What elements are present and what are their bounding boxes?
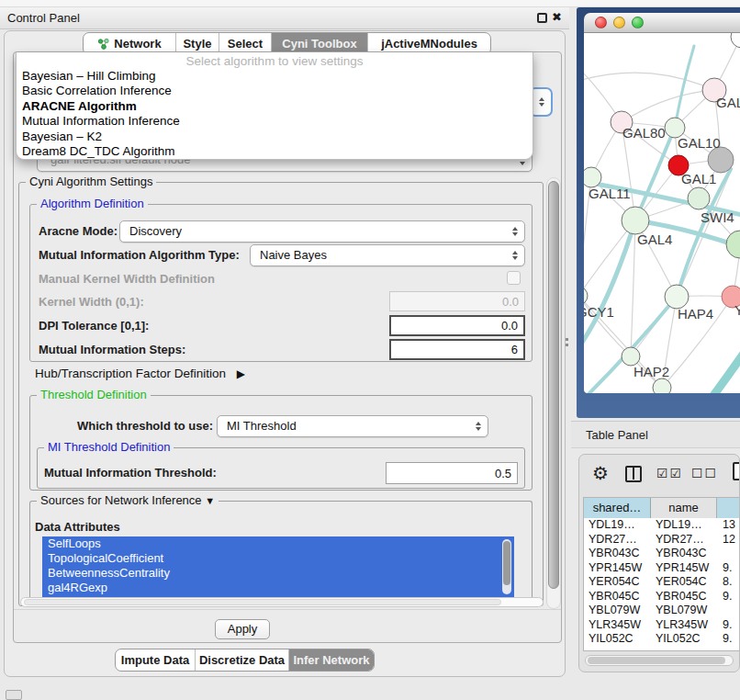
manual-kernel-label: Manual Kernel Width Definition	[39, 272, 215, 287]
node-label: GAL80	[622, 125, 666, 141]
table-panel-title: Table Panel	[586, 422, 648, 448]
mi-steps-input[interactable]: 6	[389, 339, 525, 360]
node-label: GCY1	[584, 304, 614, 320]
table-row[interactable]: YBR045C YBR045C 9.	[584, 590, 740, 604]
list-item[interactable]: TopologicalCoefficient	[42, 551, 514, 566]
network-node[interactable]	[622, 207, 649, 234]
node-label: SWI4	[701, 209, 734, 225]
scrollpane-bottom-divider	[14, 609, 561, 610]
network-node[interactable]	[688, 187, 710, 209]
tab-label: Impute Data	[121, 653, 189, 667]
mi-type-value: Naive Bayes	[260, 245, 327, 265]
select-all-icon[interactable]: ☑☑	[656, 466, 683, 480]
group-mi-threshold-title: MI Threshold Definition	[44, 441, 174, 454]
node-label: GAL10	[678, 135, 721, 151]
dropdown-item[interactable]: Mutual Information Inference	[17, 114, 533, 129]
node-label: GAL4	[637, 231, 672, 247]
list-item[interactable]: gal4RGexp	[42, 581, 514, 595]
network-node[interactable]	[708, 147, 734, 173]
table-row[interactable]: YLR345W YLR345W 9.	[584, 618, 740, 633]
apply-button[interactable]: Apply	[215, 619, 270, 639]
table-row[interactable]: YIL052C YIL052C 9.	[584, 632, 740, 647]
node-label: HAP2	[633, 364, 669, 379]
settings-vscrollbar-track[interactable]	[546, 177, 561, 609]
network-graph: GAL GAL80 GAL10 GAL1 GAL11 SWI4 GAL4 GCY…	[584, 33, 740, 393]
hub-section-toggle[interactable]: Hub/Transcription Factor Definition ▶	[35, 366, 245, 382]
network-node[interactable]	[584, 287, 588, 305]
sources-title-text: Sources for Network Inference	[40, 493, 202, 507]
kernel-width-label: Kernel Width (0,1):	[39, 295, 144, 310]
deselect-all-icon[interactable]: ☐☐	[691, 466, 718, 480]
dropdown-item[interactable]: Basic Correlation Inference	[17, 84, 533, 98]
table-row[interactable]: YBR043C YBR043C	[584, 547, 740, 561]
traffic-light-minimize[interactable]	[613, 17, 625, 28]
network-node[interactable]	[584, 167, 601, 187]
which-threshold-value: MI Threshold	[227, 416, 297, 436]
close-icon[interactable]: ✖	[552, 10, 562, 24]
window-title: Control Panel	[7, 7, 80, 28]
node-label: HAP4	[678, 306, 713, 322]
aracne-mode-combo[interactable]: Discovery	[119, 220, 525, 243]
table-row[interactable]: YER054C YER054C 8.	[584, 575, 740, 590]
tab-label: Infer Network	[293, 653, 369, 667]
tab-label: Network	[114, 37, 161, 51]
column-header-name[interactable]: name	[651, 498, 717, 518]
network-node[interactable]	[731, 33, 740, 48]
table-row[interactable]: YBL079W YBL079W	[584, 604, 740, 618]
aracne-mode-label: Aracne Mode:	[39, 224, 118, 239]
list-vscrollbar-thumb[interactable]	[503, 541, 510, 585]
bottom-tabbar: Impute Data Discretize Data Infer Networ…	[115, 649, 375, 672]
corner-grip-icon[interactable]	[6, 690, 22, 700]
dropdown-item[interactable]: Bayesian – Hill Climbing	[17, 69, 533, 84]
list-item[interactable]: BetweennessCentrality	[42, 566, 514, 581]
table-hscrollbar-track[interactable]	[585, 655, 734, 666]
table-hscrollbar-thumb[interactable]	[588, 657, 725, 664]
document-icon[interactable]	[733, 462, 740, 480]
node-table: shared… name YDL19… YDL19… 13 YDR27… YDR…	[583, 497, 740, 651]
network-titlebar[interactable]	[584, 13, 740, 33]
node-label: Y	[734, 302, 740, 318]
list-vscrollbar-track[interactable]	[502, 539, 511, 594]
network-canvas[interactable]: GAL GAL80 GAL10 GAL1 GAL11 SWI4 GAL4 GCY…	[584, 33, 740, 393]
dpi-tolerance-input[interactable]: 0.0	[389, 315, 525, 336]
table-row[interactable]: YPR145W YPR145W 9.	[584, 561, 740, 576]
mi-type-combo[interactable]: Naive Bayes	[250, 244, 525, 266]
group-sources-title: Sources for Network Inference ▼	[37, 494, 219, 507]
tab-label: jActiveMNodules	[381, 37, 477, 51]
tab-discretize-data[interactable]: Discretize Data	[195, 649, 288, 671]
traffic-light-close[interactable]	[595, 17, 607, 28]
group-threshold-title: Threshold Definition	[37, 389, 151, 401]
manual-kernel-checkbox[interactable]	[507, 271, 521, 285]
mi-threshold-input[interactable]: 0.5	[386, 462, 518, 484]
kernel-width-input[interactable]: 0.0	[389, 291, 525, 311]
table-row[interactable]: YDR27… YDR27… 12	[584, 533, 740, 548]
dropdown-item[interactable]: Dream8 DC_TDC Algorithm	[17, 144, 533, 159]
which-threshold-combo[interactable]: MI Threshold	[217, 415, 488, 437]
list-item[interactable]: SelfLoops	[42, 536, 514, 551]
settings-vscrollbar-thumb[interactable]	[548, 181, 559, 589]
columns-icon[interactable]	[625, 466, 642, 482]
dropdown-placeholder: Select algorithm to view settings	[17, 54, 533, 69]
float-icon[interactable]	[537, 13, 547, 23]
node-label: GAL11	[589, 186, 631, 201]
column-header-extra[interactable]	[717, 498, 740, 518]
dropdown-item[interactable]: Bayesian – K2	[17, 130, 533, 144]
network-node[interactable]	[726, 231, 740, 258]
network-node[interactable]	[653, 378, 671, 393]
table-row[interactable]: YDL19… YDL19… 13	[584, 518, 740, 533]
node-label: GAL1	[681, 171, 716, 186]
network-node[interactable]	[622, 347, 640, 366]
gear-icon[interactable]: ⚙	[592, 462, 609, 484]
panel-divider-grip[interactable]	[566, 338, 568, 346]
column-header-shared-name[interactable]: shared…	[584, 498, 651, 518]
dropdown-item-selected[interactable]: ARACNE Algorithm	[17, 99, 533, 114]
traffic-light-zoom[interactable]	[632, 17, 644, 28]
tab-label: Select	[228, 37, 263, 51]
tab-impute-data[interactable]: Impute Data	[116, 649, 195, 671]
data-attributes-label: Data Attributes	[35, 520, 120, 535]
tab-infer-network[interactable]: Infer Network	[288, 649, 374, 671]
table-panel-body: ⚙ ☑☑ ☐☐ shared… name YDL19… YDL19… 13 YD…	[578, 454, 740, 672]
pane-hscrollbar-thumb[interactable]	[24, 599, 501, 605]
expanded-arrow-icon[interactable]: ▼	[205, 495, 215, 506]
pane-hscrollbar-track[interactable]	[20, 597, 544, 607]
